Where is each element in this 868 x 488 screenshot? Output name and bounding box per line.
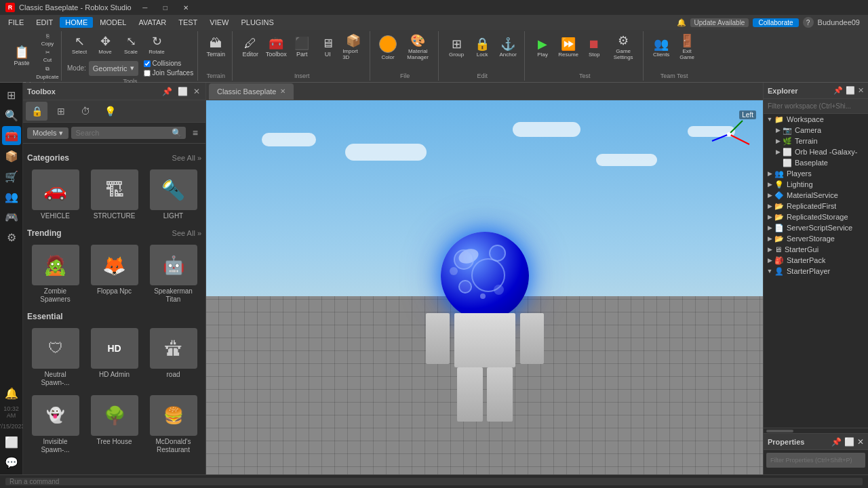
help-button[interactable]: ? bbox=[803, 17, 814, 28]
scale-button[interactable]: ⤡ Scale bbox=[119, 33, 143, 57]
exit-game-button[interactable]: 🚪 Exit Game bbox=[675, 33, 699, 62]
menu-home[interactable]: HOME bbox=[60, 17, 93, 28]
stop-button[interactable]: ⏹ Stop bbox=[582, 33, 606, 62]
tree-item-materialservice[interactable]: ▶ 🔷 MaterialService bbox=[764, 190, 868, 201]
tree-item-starterplayer[interactable]: ▼ 👤 StarterPlayer bbox=[764, 266, 868, 277]
resume-button[interactable]: ⏩ Resume bbox=[556, 33, 580, 62]
toolbox-close-icon[interactable]: ✕ bbox=[192, 85, 201, 98]
material-manager-button[interactable]: 🎨 Material Manager bbox=[401, 33, 434, 62]
anchor-button[interactable]: ⚓ Anchor bbox=[496, 33, 520, 62]
explorer-close-icon[interactable]: ✕ bbox=[858, 86, 864, 95]
menu-test[interactable]: TEST bbox=[173, 17, 203, 28]
sidebar-chat-button[interactable]: 💬 bbox=[2, 453, 21, 472]
paste-button[interactable]: 📋 Paste bbox=[7, 41, 37, 71]
trending-speakerman[interactable]: 🤖 Speakerman Titan bbox=[145, 242, 201, 306]
menu-model[interactable]: MODEL bbox=[94, 17, 132, 28]
toolbox-tab-suggested[interactable]: 💡 bbox=[99, 102, 121, 121]
sidebar-toolbox-button[interactable]: 🧰 bbox=[2, 126, 21, 145]
menu-edit[interactable]: EDIT bbox=[31, 17, 58, 28]
maximize-button[interactable]: □ bbox=[156, 1, 175, 14]
play-button[interactable]: ▶ Play bbox=[530, 33, 555, 62]
essential-neutral-spawn[interactable]: 🛡 Neutral Spawn-... bbox=[27, 325, 83, 390]
ui-button[interactable]: 🖥 UI bbox=[315, 33, 340, 62]
tree-item-workspace[interactable]: ▼ 📁 Workspace bbox=[764, 114, 868, 125]
toolbox-tab-marketplace[interactable]: ⊞ bbox=[50, 102, 72, 121]
category-light[interactable]: 🔦 LIGHT bbox=[145, 167, 201, 223]
explorer-scrollbar[interactable] bbox=[764, 428, 868, 433]
sidebar-settings-button[interactable]: ⚙ bbox=[2, 228, 21, 247]
categories-see-all[interactable]: See All » bbox=[172, 154, 201, 162]
sidebar-search-button[interactable]: 🔍 bbox=[2, 106, 21, 125]
tree-item-lighting[interactable]: ▶ 💡 Lighting bbox=[764, 179, 868, 190]
join-surfaces-checkbox[interactable] bbox=[144, 70, 151, 77]
menu-avatar[interactable]: AVATAR bbox=[133, 17, 172, 28]
properties-filter-input[interactable] bbox=[770, 457, 861, 464]
toolbox-button[interactable]: 🧰 Toolbox bbox=[264, 33, 288, 62]
tree-item-terrain[interactable]: ▶ 🌿 Terrain bbox=[764, 136, 868, 146]
trending-zombie[interactable]: 🧟 Zombie Spawners bbox=[27, 242, 83, 306]
copy-button[interactable]: ⎘ Copy bbox=[38, 33, 57, 47]
tree-item-orb-head[interactable]: ▶ ⬜ Orb Head -Galaxy- bbox=[764, 146, 868, 157]
import3d-button[interactable]: 📦 Import 3D bbox=[341, 33, 366, 62]
group-button[interactable]: ⊞ Group bbox=[444, 33, 469, 62]
toolbox-pin-icon[interactable]: 📌 bbox=[161, 85, 174, 98]
sidebar-assets-button[interactable]: 📦 bbox=[2, 146, 21, 165]
viewport[interactable]: Classic Baseplate ✕ bbox=[206, 83, 763, 474]
menu-file[interactable]: FILE bbox=[3, 17, 29, 28]
properties-close-icon[interactable]: ✕ bbox=[857, 437, 864, 447]
sidebar-collaborate-button[interactable]: 👥 bbox=[2, 187, 21, 206]
category-structure[interactable]: 🏗 STRUCTURE bbox=[86, 167, 142, 223]
viewport-tab[interactable]: Classic Baseplate ✕ bbox=[209, 83, 294, 100]
command-input[interactable] bbox=[9, 478, 859, 485]
toolbox-tab-inventory[interactable]: 🔒 bbox=[26, 102, 47, 121]
cut-button[interactable]: ✂ Cut bbox=[38, 49, 57, 64]
properties-expand-icon[interactable]: ⬜ bbox=[844, 437, 854, 447]
minimize-button[interactable]: ─ bbox=[136, 1, 155, 14]
explorer-expand-icon[interactable]: ⬜ bbox=[846, 86, 855, 95]
part-button[interactable]: ⬛ Part bbox=[290, 33, 314, 62]
essential-hd-admin[interactable]: HD HD Admin bbox=[86, 325, 142, 390]
game-settings-button[interactable]: ⚙ Game Settings bbox=[608, 33, 639, 62]
essential-road[interactable]: 🛣 road bbox=[145, 325, 201, 390]
tree-item-replicatedfirst[interactable]: ▶ 📂 ReplicatedFirst bbox=[764, 201, 868, 211]
tree-item-serverscriptservice[interactable]: ▶ 📄 ServerScriptService bbox=[764, 222, 868, 233]
clients-button[interactable]: 👥 Clients bbox=[649, 33, 673, 62]
sidebar-notifications-button[interactable]: 🔔 bbox=[2, 384, 21, 403]
editor-button[interactable]: 🖊 Editor bbox=[238, 33, 262, 62]
filter-button[interactable]: ≡ bbox=[189, 125, 201, 140]
viewport-tab-close[interactable]: ✕ bbox=[280, 87, 285, 95]
tree-item-baseplate[interactable]: ⬜ Baseplate bbox=[764, 157, 868, 168]
tree-item-starterpack[interactable]: ▶ 🎒 StarterPack bbox=[764, 255, 868, 266]
lock-button[interactable]: 🔒 Lock bbox=[470, 33, 494, 62]
tree-item-camera[interactable]: ▶ 📷 Camera bbox=[764, 125, 868, 136]
tree-item-replicatedstorage[interactable]: ▶ 📂 ReplicatedStorage bbox=[764, 211, 868, 222]
properties-pin-icon[interactable]: 📌 bbox=[831, 437, 842, 447]
menu-plugins[interactable]: PLUGINS bbox=[235, 17, 279, 28]
toolbox-tab-recent[interactable]: ⏱ bbox=[75, 102, 96, 121]
models-dropdown[interactable]: Models ▾ bbox=[27, 127, 68, 139]
tree-item-players[interactable]: ▶ 👥 Players bbox=[764, 168, 868, 179]
sidebar-output-button[interactable]: ⬜ bbox=[2, 432, 21, 451]
terrain-button[interactable]: 🏔 Terrain bbox=[203, 33, 228, 62]
tree-item-serverstorage[interactable]: ▶ 📂 ServerStorage bbox=[764, 233, 868, 244]
sidebar-marketplace-button[interactable]: 🛒 bbox=[2, 167, 21, 186]
essential-mcdonalds[interactable]: 🍔 McDonald's Restaurant bbox=[145, 392, 201, 457]
toolbox-expand-icon[interactable]: ⬜ bbox=[176, 85, 189, 98]
move-button[interactable]: ✥ Move bbox=[93, 33, 117, 57]
mode-dropdown[interactable]: Geometric ▾ bbox=[89, 61, 138, 76]
close-button[interactable]: ✕ bbox=[176, 1, 195, 14]
category-vehicle[interactable]: 🚗 VEHICLE bbox=[27, 167, 83, 223]
collisions-checkbox[interactable] bbox=[144, 60, 151, 67]
tree-item-startergui[interactable]: ▶ 🖥 StarterGui bbox=[764, 244, 868, 255]
sidebar-home-button[interactable]: ⊞ bbox=[2, 85, 21, 104]
search-input[interactable] bbox=[75, 129, 169, 137]
essential-tree-house[interactable]: 🌳 Tree House bbox=[86, 392, 142, 457]
trending-see-all[interactable]: See All » bbox=[172, 229, 201, 237]
color-button[interactable]: Color bbox=[376, 33, 400, 62]
sidebar-gamepad-button[interactable]: 🎮 bbox=[2, 207, 21, 226]
explorer-pin-icon[interactable]: 📌 bbox=[833, 86, 843, 95]
duplicate-button[interactable]: ⧉ Duplicate bbox=[38, 65, 57, 80]
select-button[interactable]: ↖ Select bbox=[67, 33, 92, 57]
collaborate-button[interactable]: Collaborate bbox=[753, 18, 798, 27]
explorer-filter-input[interactable] bbox=[768, 102, 864, 110]
